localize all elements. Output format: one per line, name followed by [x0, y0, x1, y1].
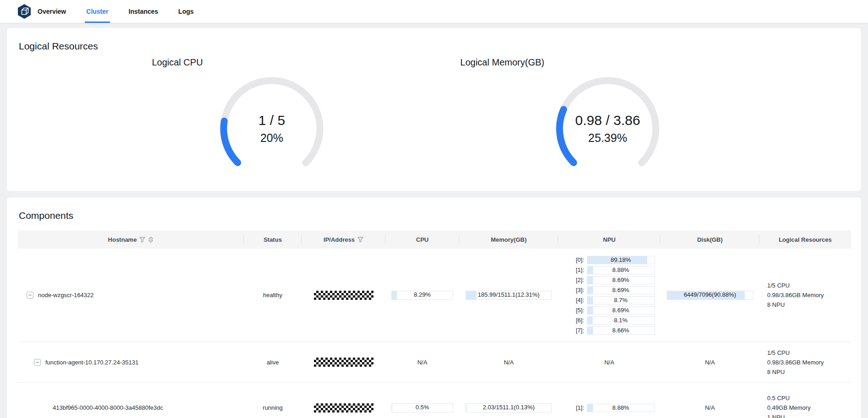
logical-resources-cell: 1/5 CPU0.98/3.86GB Memory8 NPU — [759, 349, 851, 376]
hostname-sort-icon[interactable] — [148, 236, 154, 243]
npu-usage-bar: 8.88% — [587, 266, 655, 274]
bar-label: 8.88% — [588, 266, 654, 273]
logical-cpu-gauge-title: Logical CPU — [152, 57, 203, 68]
npu-usage-line: [0]:89.18% — [564, 256, 655, 264]
column-header-npu[interactable]: NPU — [558, 230, 660, 249]
logical-resource-line: 0.98/3.86GB Memory — [767, 358, 824, 366]
bar-label: 89.18% — [588, 256, 654, 263]
memory-usage-cell: 185.99/1511.1(12.31%) — [459, 291, 558, 300]
column-header-label: Disk(GB) — [697, 236, 723, 243]
cluster-dashboard-page: { "topbar": { "tabs": [ {"label": "Overv… — [0, 0, 868, 418]
tab-logs[interactable]: Logs — [178, 0, 193, 23]
npu-usage-line: [3]:8.69% — [564, 286, 655, 294]
logical-resource-line: 1/5 CPU — [767, 282, 790, 289]
bar-label: 185.99/1511.1(12.31%) — [466, 291, 551, 298]
tab-overview[interactable]: Overview — [38, 0, 66, 23]
logical-resource-line: 1 NPU — [767, 413, 785, 418]
collapse-toggle-button[interactable] — [34, 359, 41, 366]
nav-tabs: OverviewClusterInstancesLogs — [38, 0, 214, 23]
status-text: healthy — [244, 292, 302, 299]
memory-usage-bar: 2.03/1511.1(0.13%) — [466, 403, 552, 413]
npu-usage-line: [7]:8.66% — [564, 326, 655, 335]
npu-usage-line: [1]:8.88% — [564, 404, 655, 412]
column-header-label: Memory(GB) — [491, 236, 527, 243]
hostname-cell: function-agent-10.170.27.24-35131 — [18, 359, 244, 366]
bar-label: 2.03/1511.1(0.13%) — [466, 404, 551, 411]
bar-label: 8.1% — [588, 317, 654, 324]
bar-label: 8.88% — [588, 404, 654, 411]
npu-usage-line: [4]:8.7% — [564, 296, 655, 304]
memory-usage-bar: 185.99/1511.1(12.31%) — [466, 291, 552, 300]
npu-usage-bar: 89.18% — [587, 256, 655, 264]
hostname-label: function-agent-10.170.27.24-35131 — [45, 359, 138, 366]
table-header-row: HostnameStatusIP/AddressCPUMemory(GB)NPU… — [18, 230, 851, 249]
logical-resource-line: 8 NPU — [767, 368, 785, 376]
bar-label: 0.5% — [392, 404, 453, 411]
ip-address-filter-icon[interactable] — [357, 237, 363, 243]
npu-usage-bar: 8.88% — [587, 404, 655, 412]
components-card: Components HostnameStatusIP/AddressCPUMe… — [6, 197, 862, 418]
npu-index-label: [5]: — [564, 307, 584, 314]
bar-label: 8.66% — [588, 327, 654, 334]
cpu-usage-cell: 8.29% — [385, 291, 459, 300]
bar-label: 8.7% — [588, 297, 654, 304]
npu-usage-bar: 8.66% — [587, 326, 655, 335]
npu-usage-line: [5]:8.69% — [564, 306, 655, 315]
hostname-cell: 413bf965-0000-4000-8000-3a45880fe3dc — [18, 404, 244, 411]
column-header-label: NPU — [603, 236, 615, 243]
logical-resources-cell: 0.5 CPU0.49GB Memory1 NPU — [759, 394, 851, 418]
hostname-cell: node-wzgscr-164322 — [18, 292, 244, 299]
components-title: Components — [19, 210, 73, 221]
table-body: node-wzgscr-164322healthy8.29%185.99/151… — [18, 249, 851, 418]
npu-index-label: [6]: — [564, 317, 584, 324]
memory-usage-cell: 2.03/1511.1(0.13%) — [459, 403, 558, 413]
ip-address-redacted-box — [314, 291, 374, 300]
npu-index-label: [1]: — [564, 266, 584, 273]
gauge-percent: 25.39% — [588, 131, 627, 145]
bar-label: 8.29% — [392, 291, 453, 298]
app-logo-icon — [17, 4, 31, 19]
disk-usage-cell: N/A — [660, 359, 759, 366]
logical-resource-line: 0.49GB Memory — [767, 404, 811, 412]
ip-address-redacted-box — [314, 403, 374, 413]
ip-address-cell — [302, 358, 385, 367]
collapse-toggle-button[interactable] — [27, 292, 33, 299]
table-row: 413bf965-0000-4000-8000-3a45880fe3dcrunn… — [18, 383, 851, 418]
gauge-value: 1 / 5 — [258, 113, 285, 128]
gauge-percent: 20% — [260, 131, 283, 145]
column-header-status[interactable]: Status — [244, 230, 302, 249]
column-header-logical-resources[interactable]: Logical Resources — [759, 230, 851, 249]
cpu-usage-bar: 0.5% — [391, 403, 453, 413]
column-header-hostname[interactable]: Hostname — [18, 230, 244, 249]
npu-usage-cell: [1]:8.88% — [558, 403, 660, 413]
column-header-label: Hostname — [108, 236, 137, 243]
hostname-filter-icon[interactable] — [139, 237, 145, 243]
logical-resources-card: Logical Resources Logical CPU 1 / 5 20% … — [6, 27, 862, 191]
logical-resource-line: 8 NPU — [767, 301, 785, 309]
npu-usage-bar: 8.69% — [587, 276, 655, 284]
tab-instances[interactable]: Instances — [129, 0, 159, 23]
top-navigation-bar: OverviewClusterInstancesLogs — [0, 0, 868, 23]
column-header-label: IP/Address — [324, 236, 355, 243]
ip-address-cell — [302, 403, 385, 413]
ip-address-cell — [302, 291, 385, 300]
status-text: running — [244, 404, 302, 411]
logical-resource-line: 0.98/3.86GB Memory — [767, 291, 824, 299]
npu-index-label: [7]: — [564, 327, 584, 334]
column-header-label: Logical Resources — [779, 236, 832, 243]
column-header-ip-address[interactable]: IP/Address — [302, 230, 385, 249]
npu-usage-cell: N/A — [558, 359, 660, 366]
column-header-disk-gb-[interactable]: Disk(GB) — [660, 230, 759, 249]
tab-cluster[interactable]: Cluster — [86, 0, 108, 23]
bar-label: 8.69% — [588, 277, 654, 283]
cpu-usage-cell: 0.5% — [385, 403, 459, 413]
memory-usage-cell: N/A — [459, 359, 558, 366]
disk-usage-cell: N/A — [660, 404, 759, 411]
column-header-memory-gb-[interactable]: Memory(GB) — [459, 230, 558, 249]
logical-resource-line: 1/5 CPU — [767, 349, 790, 357]
npu-usage-bar: 8.69% — [587, 306, 655, 315]
logical-resource-line: 0.5 CPU — [767, 394, 790, 402]
hostname-label: node-wzgscr-164322 — [38, 292, 93, 299]
column-header-cpu[interactable]: CPU — [385, 230, 459, 249]
npu-usage-bar: 8.69% — [587, 286, 655, 294]
